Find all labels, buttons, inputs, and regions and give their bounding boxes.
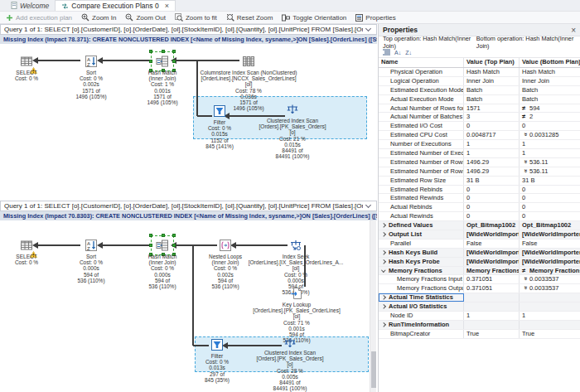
selection-handle[interactable] — [172, 244, 176, 247]
plan-1-node-hash-match[interactable] — [156, 55, 169, 68]
caption-line: 1571 of — [66, 88, 116, 94]
selection-handle[interactable] — [172, 234, 176, 237]
categorized-icon[interactable] — [383, 49, 390, 56]
property-row[interactable]: Memory Fractions Output0.371051»0.003353… — [379, 284, 580, 293]
plan-1-missing-index-banner[interactable]: Missing Index (Impact 78.371): CREATE NO… — [0, 35, 377, 44]
caption-line: 0.015s — [195, 131, 244, 137]
property-row[interactable]: RunTimeInformation — [379, 321, 580, 330]
property-row[interactable]: Estimated CPU Cost0.0048717»0.0031285 — [379, 131, 580, 140]
plan-2-node-filter[interactable] — [210, 338, 224, 351]
selection-handle[interactable] — [149, 50, 152, 53]
property-row[interactable]: Output List[WideWorldImporters]...[WideW… — [379, 230, 580, 240]
sort-ascending-icon[interactable]: A↓ — [394, 50, 401, 56]
caption-line: Cost: 0 % — [66, 75, 116, 81]
plan-2-node-sort[interactable]: AZ — [85, 239, 98, 252]
close-icon[interactable]: × — [571, 26, 576, 35]
plan-1-node-clustered-index-scan[interactable] — [286, 103, 299, 116]
property-row[interactable]: Estimated Execution ModeBatchBatch — [379, 86, 580, 95]
add-execution-plan-button[interactable]: Add execution plan — [6, 14, 72, 22]
property-row[interactable]: Node ID11 — [379, 312, 580, 321]
expander-down-icon[interactable] — [381, 268, 385, 272]
property-row[interactable]: Actual Number of Batches3≠2 — [379, 113, 580, 122]
sort-descending-icon[interactable]: Z↓ — [405, 50, 412, 56]
selection-handle[interactable] — [172, 60, 176, 63]
plan-2-node-clustered-index-scan[interactable] — [283, 336, 297, 350]
selection-handle[interactable] — [149, 234, 152, 237]
column-header-name[interactable]: Name — [379, 58, 464, 67]
property-row[interactable]: Actual Execution ModeBatchBatch — [379, 95, 580, 104]
property-row[interactable]: Number of Executions11 — [379, 140, 580, 149]
expander-right-icon[interactable] — [381, 305, 385, 309]
plan-2-node-nested-loops[interactable] — [219, 239, 232, 252]
property-row[interactable]: Actual Number of Rows for All Ex...1571≠… — [379, 104, 580, 114]
property-name: Estimated I/O Cost — [379, 122, 464, 130]
property-row[interactable]: Estimated Number of Executions11 — [379, 149, 580, 158]
plan-1-query-selector[interactable]: Query 1 of 1: SELECT [o].[CustomerID], [… — [0, 24, 377, 35]
expander-right-icon[interactable] — [381, 232, 385, 236]
property-value-bottom: [WideWorldImporters]... — [520, 230, 580, 239]
zoom-out-button[interactable]: Zoom Out — [125, 13, 166, 22]
plan-2-missing-index-banner[interactable]: Missing Index (Impact 70.8303): CREATE N… — [0, 211, 377, 220]
expander-right-icon[interactable] — [381, 224, 385, 228]
chevron-down-icon[interactable] — [365, 26, 371, 31]
property-row[interactable]: Hash Keys Probe[WideWorldImporters]...[W… — [379, 258, 580, 267]
zoom-to-fit-button[interactable]: Zoom to fit — [175, 13, 217, 22]
reset-zoom-button[interactable]: Reset Zoom — [226, 13, 273, 22]
plan-1-node-filter[interactable] — [213, 104, 226, 118]
plan-1-node-columnstore-index-scan[interactable] — [242, 55, 255, 68]
expander-right-icon[interactable] — [381, 322, 385, 327]
expander-right-icon[interactable] — [381, 296, 385, 300]
plan-edge — [176, 244, 217, 246]
tab-welcome[interactable]: Welcome — [5, 0, 55, 11]
expander-right-icon[interactable] — [381, 250, 385, 254]
zoom-in-button[interactable]: Zoom In — [81, 13, 116, 22]
property-row[interactable]: ParallelFalseFalse — [379, 240, 580, 249]
plan-2-node-index-seek[interactable] — [289, 239, 302, 252]
property-row[interactable]: Memory FractionsMemory Fractions Inpu...… — [379, 267, 580, 276]
plan-2-query-selector[interactable]: Query 1 of 1: SELECT [o].[CustomerID], [… — [0, 201, 377, 211]
selection-handle[interactable] — [172, 50, 176, 53]
property-row[interactable]: Estimated I/O Cost00 — [379, 122, 580, 131]
plan-2-node-hash-match[interactable] — [156, 239, 169, 252]
tab-compare-execution-plans[interactable]: Compare Execution Plans 0 × — [55, 0, 176, 11]
caption-line: Filter — [192, 353, 242, 359]
properties-button[interactable]: Properties — [355, 14, 395, 22]
selection-handle[interactable] — [162, 50, 165, 53]
zoom-in-icon — [81, 13, 89, 22]
property-row[interactable]: Estimated Number of Rows for All...1496.… — [379, 167, 580, 177]
chevron-down-icon[interactable] — [365, 202, 371, 208]
hash-match-icon — [156, 55, 169, 68]
property-value-top: 0 — [464, 203, 520, 211]
plan-2-node-key-lookup[interactable] — [290, 287, 303, 300]
plan-1-node-sort[interactable]: AZ — [85, 55, 98, 68]
property-row[interactable]: Actual Rewinds00 — [379, 212, 580, 221]
selection-handle[interactable] — [149, 60, 152, 63]
tab-close-icon[interactable]: × — [165, 2, 169, 10]
selection-handle[interactable] — [149, 244, 152, 247]
expander-right-icon[interactable] — [381, 259, 385, 264]
properties-title: Properties — [383, 26, 418, 34]
column-header-value-top[interactable]: Value (Top Plan) — [464, 58, 520, 67]
property-row[interactable]: Defined ValuesOpt_Bitmap1002Opt_Bitmap10… — [379, 221, 580, 230]
property-row[interactable]: Logical OperationInner JoinInner Join — [379, 77, 580, 86]
plan-1-node-clustered-index-scan-caption: Clustered Index Scan[Orders].[PK_Sales_O… — [247, 118, 338, 159]
property-name: Estimated Number of Rows Per Ex... — [379, 158, 464, 167]
property-row[interactable]: Physical OperationHash MatchHash Match — [379, 68, 580, 77]
property-row[interactable]: Actual I/O Statistics — [379, 302, 580, 312]
property-row[interactable]: Hash Keys Build[WideWorldImporters]...[W… — [379, 249, 580, 258]
property-row[interactable]: Estimated Rebinds00 — [379, 186, 580, 195]
plan-edge — [235, 244, 288, 246]
property-row[interactable]: Estimated Row Size31 B31 B — [379, 177, 580, 186]
selection-handle[interactable] — [162, 234, 165, 237]
scrollbar-thumb[interactable] — [371, 351, 376, 388]
property-value-bottom: 0 — [520, 186, 580, 194]
property-row[interactable]: Estimated Number of Rows Per Ex...1496.2… — [379, 158, 580, 167]
property-row[interactable]: Memory Fractions Input0.371051»0.0033537 — [379, 275, 580, 284]
property-row[interactable]: Actual Rebinds00 — [379, 203, 580, 212]
property-row[interactable]: Estimated Rewinds00 — [379, 194, 580, 203]
column-header-value-bottom[interactable]: Value (Bottom Plan) — [520, 58, 580, 67]
toggle-orientation-button[interactable]: Toggle Orientation — [282, 14, 346, 22]
property-row[interactable]: Actual Time Statistics — [379, 293, 580, 302]
plan-2-scrollbar[interactable] — [370, 220, 376, 392]
property-row[interactable]: BitmapCreatorTrueTrue — [379, 330, 580, 339]
